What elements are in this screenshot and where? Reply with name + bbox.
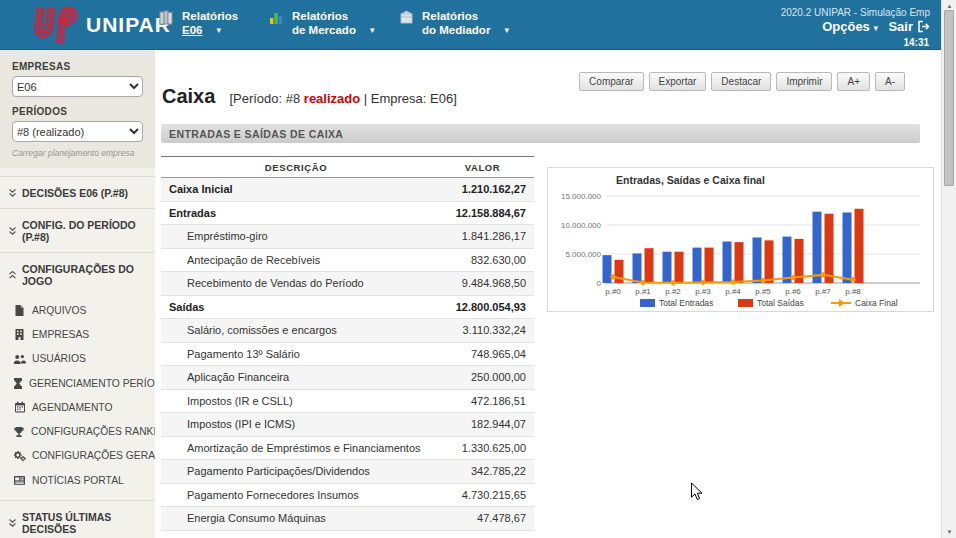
svg-text:p.#2: p.#2 bbox=[665, 287, 681, 296]
table-row: Impostos (IPI e ICMS) 182.944,07 bbox=[161, 413, 534, 437]
chevron-down-icon bbox=[8, 188, 17, 198]
sidebar-item-usuarios[interactable]: USUÁRIOS bbox=[13, 347, 155, 371]
empresas-select[interactable]: E06 bbox=[12, 76, 143, 97]
chevron-down-icon bbox=[8, 226, 17, 236]
table-row: Amortização de Empréstimos e Financiamen… bbox=[161, 436, 534, 460]
menu-label-line1: Relatórios bbox=[182, 9, 238, 23]
row-description: Energia Elétrica Prédios Administração bbox=[161, 530, 431, 538]
sidebar-section-config-jogo[interactable]: CONFIGURAÇÕES DO JOGO bbox=[0, 252, 155, 296]
row-description: Impostos (IPI e ICMS) bbox=[161, 413, 431, 437]
scroll-down-arrow-icon[interactable]: ▼ bbox=[942, 526, 956, 538]
svg-text:0: 0 bbox=[597, 279, 602, 288]
menu-relatorios-empresa[interactable]: Relatórios E06 ▾ bbox=[158, 9, 238, 37]
sidebar-section-status-decisoes[interactable]: STATUS ÚLTIMAS DECISÕES bbox=[0, 500, 155, 538]
sidebar-item-noticias-portal[interactable]: NOTÍCIAS PORTAL bbox=[13, 468, 155, 492]
chevron-up-icon bbox=[8, 270, 17, 280]
section-header: ENTRADAS E SAÍDAS DE CAIXA bbox=[161, 124, 920, 143]
sidebar-item-configuracoes-gerais[interactable]: CONFIGURAÇÕES GERAIS bbox=[13, 444, 155, 468]
svg-text:p.#3: p.#3 bbox=[695, 287, 711, 296]
clock-time: 14:31 bbox=[903, 37, 929, 48]
comparar-button[interactable]: Comparar bbox=[579, 72, 643, 91]
row-value: 3.000,00 bbox=[431, 530, 534, 538]
exportar-button[interactable]: Exportar bbox=[649, 72, 707, 91]
sidebar-item-gerenciamento-periodos[interactable]: GERENCIAMENTO PERÍODOS bbox=[13, 371, 155, 395]
unipar-logo-icon bbox=[28, 3, 84, 47]
load-planning-link[interactable]: Carregar planejamento empresa bbox=[12, 148, 143, 158]
row-description: Pagamento Fornecedores Insumos bbox=[161, 483, 431, 507]
cash-flow-chart: Entradas, Saídas e Caixa final05.000.000… bbox=[548, 168, 933, 311]
top-navigation-bar: UNIPAR Relatórios E06 ▾ Re bbox=[0, 0, 956, 50]
table-row: Recebimento de Vendas do Período 9.484.9… bbox=[161, 272, 534, 296]
unipar-logo bbox=[28, 3, 84, 47]
file-icon bbox=[13, 304, 26, 317]
table-row: Pagamento Participações/Dividendos 342.7… bbox=[161, 460, 534, 484]
menu-relatorios-mercado[interactable]: Relatórios de Mercado ▾ bbox=[268, 9, 374, 37]
table-row: Empréstimo-giro 1.841.286,17 bbox=[161, 225, 534, 249]
main-content: Comparar Exportar Destacar Imprimir A+ A… bbox=[155, 50, 941, 538]
vertical-scrollbar[interactable]: ▲ ▼ bbox=[941, 0, 956, 538]
svg-text:p.#1: p.#1 bbox=[635, 287, 651, 296]
row-description: Energia Consumo Máquinas bbox=[161, 507, 431, 531]
market-chart-icon bbox=[268, 9, 285, 26]
row-value: 47.478,67 bbox=[431, 507, 534, 531]
newspaper-icon bbox=[13, 475, 26, 486]
imprimir-button[interactable]: Imprimir bbox=[776, 72, 832, 91]
table-row: Impostos (IR e CSLL) 472.186,51 bbox=[161, 389, 534, 413]
destacar-button[interactable]: Destacar bbox=[711, 72, 771, 91]
logout-button[interactable]: Sair bbox=[888, 19, 930, 34]
row-description: Entradas bbox=[161, 201, 431, 225]
caret-down-icon: ▾ bbox=[873, 23, 878, 33]
font-increase-button[interactable]: A+ bbox=[837, 72, 870, 91]
font-decrease-button[interactable]: A- bbox=[875, 72, 905, 91]
table-row: Saídas 12.800.054,93 bbox=[161, 295, 534, 319]
sidebar-item-configuracoes-ranking[interactable]: CONFIGURAÇÕES RANKING bbox=[13, 419, 155, 443]
table-row: Energia Elétrica Prédios Administração 3… bbox=[161, 530, 534, 538]
row-value: 1.210.162,27 bbox=[431, 178, 534, 202]
row-description: Impostos (IR e CSLL) bbox=[161, 389, 431, 413]
chevron-down-icon bbox=[8, 518, 17, 528]
row-description: Pagamento Participações/Dividendos bbox=[161, 460, 431, 484]
logout-icon bbox=[917, 20, 930, 33]
options-menu-button[interactable]: Opções ▾ bbox=[822, 19, 878, 34]
row-value: 342.785,22 bbox=[431, 460, 534, 484]
sidebar: EMPRESAS E06 PERÍODOS #8 (realizado) Car… bbox=[0, 50, 155, 538]
periodos-select[interactable]: #8 (realizado) bbox=[12, 121, 143, 142]
sidebar-section-decisoes[interactable]: DECISÕES E06 (P.#8) bbox=[0, 176, 155, 208]
sidebar-item-arquivos[interactable]: ARQUIVOS bbox=[13, 298, 155, 322]
sidebar-item-agendamento[interactable]: AGENDAMENTO bbox=[13, 395, 155, 419]
table-row: Aplicação Financeira 250.000,00 bbox=[161, 366, 534, 390]
row-value: 472.186,51 bbox=[431, 389, 534, 413]
row-description: Amortização de Empréstimos e Financiamen… bbox=[161, 436, 431, 460]
row-value: 12.800.054,93 bbox=[431, 295, 534, 319]
svg-text:p.#0: p.#0 bbox=[605, 287, 621, 296]
row-value: 748.965,04 bbox=[431, 342, 534, 366]
svg-text:p.#7: p.#7 bbox=[815, 287, 831, 296]
svg-text:p.#4: p.#4 bbox=[725, 287, 741, 296]
table-row: Pagamento Fornecedores Insumos 4.730.215… bbox=[161, 483, 534, 507]
caret-down-icon: ▾ bbox=[216, 23, 221, 37]
row-description: Saídas bbox=[161, 295, 431, 319]
table-row: Antecipação de Recebíveis 832.630,00 bbox=[161, 248, 534, 272]
page-title: Caixa bbox=[162, 85, 215, 108]
row-value: 182.944,07 bbox=[431, 413, 534, 437]
sidebar-filters-panel: EMPRESAS E06 PERÍODOS #8 (realizado) Car… bbox=[0, 50, 155, 168]
table-row: Entradas 12.158.884,67 bbox=[161, 201, 534, 225]
page-subtitle: [Período: #8 realizado | Empresa: E06] bbox=[229, 91, 456, 106]
calendar-icon bbox=[13, 401, 26, 413]
periodo-status-badge: realizado bbox=[304, 91, 360, 106]
svg-text:Total Saídas: Total Saídas bbox=[757, 298, 804, 308]
svg-text:Caixa Final: Caixa Final bbox=[855, 298, 898, 308]
building-icon bbox=[13, 328, 26, 341]
empresas-label: EMPRESAS bbox=[12, 61, 143, 72]
hourglass-icon bbox=[13, 377, 23, 390]
svg-text:p.#6: p.#6 bbox=[785, 287, 801, 296]
sidebar-item-empresas[interactable]: EMPRESAS bbox=[13, 322, 155, 346]
row-value: 832.630,00 bbox=[431, 248, 534, 272]
sidebar-section-config-periodo[interactable]: CONFIG. DO PERÍODO (P.#8) bbox=[0, 208, 155, 252]
menu-relatorios-mediador[interactable]: Relatórios do Mediador ▾ bbox=[398, 9, 509, 37]
periodos-label: PERÍODOS bbox=[12, 106, 143, 117]
row-description: Caixa Inicial bbox=[161, 178, 431, 202]
row-value: 1.841.286,17 bbox=[431, 225, 534, 249]
scrollbar-thumb[interactable] bbox=[944, 10, 954, 186]
caret-down-icon: ▾ bbox=[370, 23, 375, 37]
